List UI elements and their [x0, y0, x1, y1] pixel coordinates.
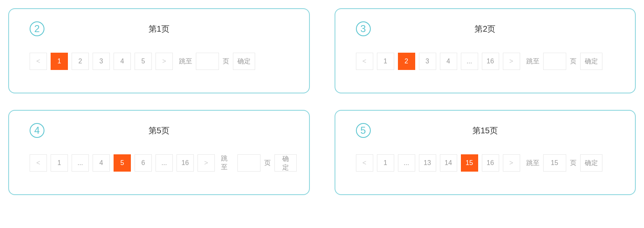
page-suffix-label: 页: [223, 57, 229, 66]
confirm-button[interactable]: 确定: [580, 154, 602, 172]
pagination-panel: 3第2页<1234...16>跳至页确定: [335, 8, 636, 93]
page-ellipsis: ...: [461, 53, 478, 70]
page-ellipsis: ...: [156, 154, 173, 172]
jump-page-input[interactable]: [196, 53, 219, 70]
prev-page-button[interactable]: <: [356, 154, 373, 172]
panel-title: 第15页: [371, 125, 600, 136]
panel-number-badge: 5: [356, 123, 371, 138]
jump-to-label: 跳至: [526, 57, 539, 66]
pagination: <12345>跳至页确定: [21, 53, 297, 70]
page-button[interactable]: 3: [93, 53, 110, 70]
pagination-panel: 2第1页<12345>跳至页确定: [8, 8, 310, 93]
page-button[interactable]: 2: [72, 53, 89, 70]
jump-to-label: 跳至: [526, 159, 539, 168]
page-button[interactable]: 13: [419, 154, 436, 172]
pagination: <1234...16>跳至页确定: [348, 53, 623, 70]
confirm-button[interactable]: 确定: [233, 53, 255, 70]
page-suffix-label: 页: [570, 57, 577, 66]
panel-number-badge: 3: [356, 21, 371, 36]
page-button[interactable]: 16: [482, 53, 499, 70]
panel-header: 2第1页: [21, 21, 297, 36]
jump-page-input[interactable]: [543, 154, 566, 172]
pagination-panel: 5第15页<1...13141516>跳至页确定: [335, 110, 636, 195]
next-page-button[interactable]: >: [503, 53, 520, 70]
pagination: <1...13141516>跳至页确定: [348, 154, 623, 172]
panel-title: 第1页: [44, 23, 274, 35]
page-button[interactable]: 3: [419, 53, 436, 70]
page-button[interactable]: 2: [398, 53, 415, 70]
confirm-button[interactable]: 确定: [580, 53, 602, 70]
page-button[interactable]: 1: [377, 53, 394, 70]
panel-header: 5第15页: [348, 123, 623, 138]
page-button[interactable]: 16: [177, 154, 194, 172]
page-button[interactable]: 4: [114, 53, 131, 70]
page-button[interactable]: 4: [93, 154, 110, 172]
pagination-panel: 4第5页<1...456...16>跳至页确定: [8, 110, 310, 195]
page-ellipsis: ...: [72, 154, 89, 172]
confirm-button[interactable]: 确定: [274, 154, 296, 172]
page-button[interactable]: 1: [51, 53, 68, 70]
prev-page-button[interactable]: <: [30, 53, 47, 70]
panel-number-badge: 4: [30, 123, 44, 138]
page-button[interactable]: 5: [135, 53, 152, 70]
next-page-button[interactable]: >: [198, 154, 215, 172]
prev-page-button[interactable]: <: [30, 154, 47, 172]
page-suffix-label: 页: [264, 159, 271, 168]
panel-header: 4第5页: [21, 123, 297, 138]
next-page-button[interactable]: >: [156, 53, 173, 70]
panel-header: 3第2页: [348, 21, 623, 36]
page-button[interactable]: 1: [51, 154, 68, 172]
page-button[interactable]: 5: [114, 154, 131, 172]
pagination: <1...456...16>跳至页确定: [21, 154, 297, 172]
page-button[interactable]: 4: [440, 53, 457, 70]
page-button[interactable]: 16: [482, 154, 499, 172]
panel-title: 第5页: [44, 125, 274, 136]
next-page-button[interactable]: >: [503, 154, 520, 172]
jump-to-label: 跳至: [179, 57, 192, 66]
page-button[interactable]: 15: [461, 154, 478, 172]
jump-page-input[interactable]: [237, 154, 260, 172]
jump-to-label: 跳至: [221, 154, 234, 172]
panel-title: 第2页: [371, 23, 600, 35]
page-button[interactable]: 6: [135, 154, 152, 172]
jump-page-input[interactable]: [543, 53, 566, 70]
page-button[interactable]: 14: [440, 154, 457, 172]
panel-number-badge: 2: [30, 21, 44, 36]
page-button[interactable]: 1: [377, 154, 394, 172]
prev-page-button[interactable]: <: [356, 53, 373, 70]
page-suffix-label: 页: [570, 159, 577, 168]
page-ellipsis: ...: [398, 154, 415, 172]
